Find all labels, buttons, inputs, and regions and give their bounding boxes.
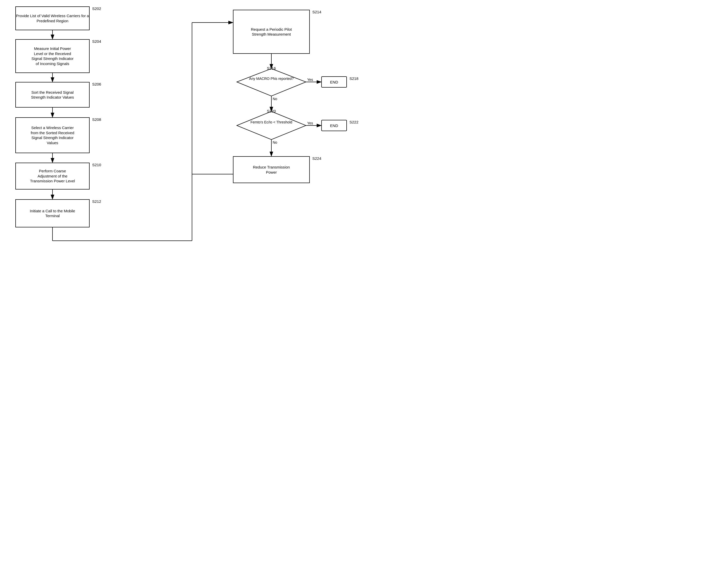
s220-no-label: No [273, 140, 277, 144]
label-s222: S222 [349, 120, 358, 124]
diamond-s220-label: Femto's Ec/Io < Threshold [243, 120, 300, 124]
label-s224: S224 [312, 156, 321, 161]
step-s214: Request a Periodic PilotStrength Measure… [233, 10, 310, 54]
label-s208: S208 [92, 117, 101, 122]
svg-marker-17 [237, 111, 306, 140]
label-s206: S206 [92, 82, 101, 86]
step-s206: Sort the Received SignalStrength Indicat… [15, 82, 90, 108]
label-s214: S214 [312, 10, 321, 14]
diamond-s216-label: Any MACRO PNs reported? [246, 76, 297, 81]
step-s218: END [321, 76, 347, 88]
s220-yes-label: Yes [307, 121, 313, 125]
label-s216: S216 [267, 66, 276, 70]
label-s210: S210 [92, 163, 101, 167]
step-s202: Provide List of Valid Wireless Carriers … [15, 6, 90, 30]
s216-yes-label: Yes [307, 78, 313, 82]
label-s218: S218 [349, 76, 358, 81]
step-s208: Select a Wireless Carrierfrom the Sorted… [15, 117, 90, 153]
step-s224: Reduce TransmissionPower [233, 156, 310, 183]
label-s202: S202 [92, 6, 101, 11]
step-s210: Perform CoarseAdjustment of theTransmiss… [15, 163, 90, 190]
step-s204: Measure Initial PowerLevel or the Receiv… [15, 39, 90, 73]
label-s204: S204 [92, 39, 101, 44]
label-s220: S220 [267, 109, 276, 113]
step-s222: END [321, 120, 347, 131]
s216-no-label: No [273, 97, 277, 101]
step-s212: Initiate a Call to the MobileTerminal [15, 199, 90, 227]
label-s212: S212 [92, 199, 101, 204]
flowchart-diagram: Provide List of Valid Wireless Carriers … [0, 0, 362, 294]
svg-marker-16 [237, 69, 306, 96]
